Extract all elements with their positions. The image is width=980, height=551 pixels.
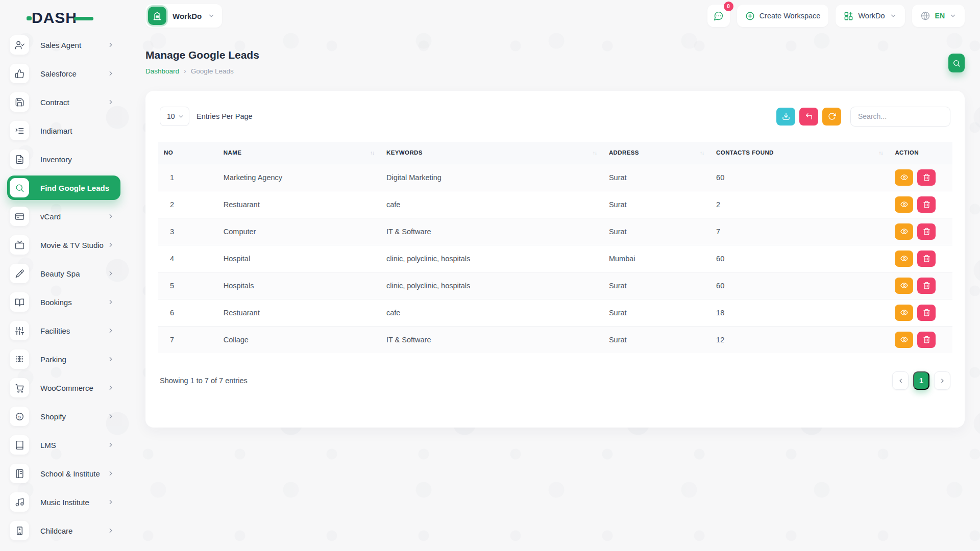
cell-name: Hospitals: [217, 272, 380, 299]
sidebar-item-label: Shopify: [40, 412, 66, 421]
create-workspace-button[interactable]: Create Workspace: [737, 5, 829, 27]
sidebar-item-shopify[interactable]: S Shopify: [7, 404, 120, 429]
delete-button[interactable]: [917, 169, 936, 186]
entries-per-page-select[interactable]: 10: [160, 107, 189, 126]
sidebar-item-label: Childcare: [40, 527, 72, 535]
sidebar-item-label: Music Institute: [40, 498, 89, 507]
column-header[interactable]: NAME ↑↓: [217, 142, 380, 164]
sidebar-item-school-institute[interactable]: School & Institute: [7, 461, 120, 486]
undo-button[interactable]: [799, 108, 818, 126]
building-icon: [10, 521, 29, 540]
cell-no: 2: [158, 191, 217, 218]
next-page-button[interactable]: [934, 371, 950, 390]
chevron-right-icon: [107, 241, 114, 248]
cell-address: Surat: [603, 299, 710, 326]
sidebar-item-salesforce[interactable]: Salesforce: [7, 61, 120, 86]
view-button[interactable]: [895, 223, 913, 240]
sidebar-item-vcard[interactable]: vCard: [7, 204, 120, 229]
table-row: 7 Collage IT & Software Surat 12: [158, 326, 952, 353]
trash-icon: [923, 228, 930, 235]
download-icon: [782, 112, 790, 120]
export-button[interactable]: [776, 108, 795, 126]
cell-keywords: cafe: [380, 191, 603, 218]
sidebar-item-lms[interactable]: LMS: [7, 433, 120, 457]
user-menu[interactable]: WorkDo: [836, 5, 904, 27]
sidebar-menu: Sales Agent Salesforce Contract Indiamar…: [7, 33, 120, 547]
thumbs-up-icon: [10, 64, 29, 83]
sidebar-item-label: Parking: [40, 355, 66, 364]
logo-bar: [74, 17, 93, 20]
eye-icon: [900, 173, 908, 181]
sidebar-item-indiamart[interactable]: Indiamart: [7, 118, 120, 143]
refresh-button[interactable]: [822, 108, 841, 126]
table-header-row: NO ↑↓ NAME ↑↓ KEYWORDS: [158, 142, 952, 164]
sidebar-item-sales-agent[interactable]: Sales Agent: [7, 33, 120, 57]
delete-button[interactable]: [917, 196, 936, 213]
sidebar-item-inventory[interactable]: Inventory: [7, 147, 120, 171]
cell-keywords: IT & Software: [380, 326, 603, 353]
sidebar-item-find-google-leads[interactable]: Find Google Leads: [7, 176, 120, 200]
delete-button[interactable]: [917, 332, 936, 348]
eye-icon: [900, 228, 908, 235]
sidebar-item-bookings[interactable]: Bookings: [7, 290, 120, 314]
breadcrumb-dashboard-link[interactable]: Dashboard: [145, 67, 179, 75]
view-button[interactable]: [895, 305, 913, 321]
toggle-search-button[interactable]: [948, 54, 965, 72]
delete-button[interactable]: [917, 223, 936, 240]
language-selector[interactable]: EN: [912, 5, 965, 27]
column-header[interactable]: NO ↑↓: [158, 142, 217, 164]
entries-per-page-label: Entries Per Page: [197, 112, 253, 120]
table-row: 3 Computer IT & Software Surat 7: [158, 218, 952, 245]
cell-keywords: clinic, polyclinic, hospitals: [380, 245, 603, 272]
cell-no: 4: [158, 245, 217, 272]
sidebar-item-movie-tv-studio[interactable]: Movie & TV Studio: [7, 233, 120, 257]
delete-button[interactable]: [917, 278, 936, 294]
view-button[interactable]: [895, 332, 913, 348]
eye-icon: [900, 282, 908, 289]
breadcrumb-separator: ›: [184, 67, 186, 75]
sidebar-item-contract[interactable]: Contract: [7, 90, 120, 114]
sort-icon[interactable]: ↑↓: [593, 149, 597, 156]
current-page-button[interactable]: 1: [913, 371, 929, 390]
previous-page-button[interactable]: [892, 371, 909, 390]
cell-contacts-found: 7: [710, 218, 889, 245]
search-input[interactable]: [850, 107, 950, 127]
sidebar-item-woocommerce[interactable]: WooCommerce: [7, 375, 120, 400]
view-button[interactable]: [895, 196, 913, 213]
sidebar-item-label: Beauty Spa: [40, 269, 80, 278]
view-button[interactable]: [895, 169, 913, 186]
chevron-right-icon: [107, 413, 114, 420]
chevron-right-icon: [107, 298, 114, 306]
topbar: WorkDo 0 Create Workspace WorkDo EN: [145, 4, 965, 28]
sliders-icon: [10, 321, 29, 340]
sidebar-item-childcare[interactable]: Childcare: [7, 518, 120, 543]
view-button[interactable]: [895, 278, 913, 294]
column-header[interactable]: KEYWORDS ↑↓: [380, 142, 603, 164]
column-header[interactable]: CONTACTS FOUND ↑↓: [710, 142, 889, 164]
sidebar-item-facilities[interactable]: Facilities: [7, 318, 120, 343]
cell-address: Mumbai: [603, 245, 710, 272]
logo-dot: [27, 16, 32, 20]
search-icon: [10, 178, 29, 197]
cell-address: Surat: [603, 272, 710, 299]
column-header[interactable]: ACTION ↑↓: [889, 142, 952, 164]
grid-plus-icon: [844, 11, 853, 21]
dash-logo[interactable]: DASH: [32, 9, 93, 27]
chevron-right-icon: [107, 470, 114, 477]
sort-icon[interactable]: ↑↓: [878, 149, 883, 156]
delete-button[interactable]: [917, 305, 936, 321]
messages-button[interactable]: 0: [707, 5, 730, 27]
delete-button[interactable]: [917, 251, 936, 267]
sidebar-item-music-institute[interactable]: Music Institute: [7, 490, 120, 514]
workspace-switcher[interactable]: WorkDo: [145, 4, 222, 28]
trash-icon: [923, 173, 930, 181]
chevron-right-icon: [107, 441, 114, 448]
trash-icon: [923, 336, 930, 343]
card-footer: Showing 1 to 7 of 7 entries 1: [158, 371, 952, 390]
view-button[interactable]: [895, 251, 913, 267]
sidebar-item-parking[interactable]: Parking: [7, 347, 120, 371]
sort-icon[interactable]: ↑↓: [370, 149, 374, 156]
sidebar-item-beauty-spa[interactable]: Beauty Spa: [7, 261, 120, 286]
column-header[interactable]: ADDRESS ↑↓: [603, 142, 710, 164]
sort-icon[interactable]: ↑↓: [700, 149, 704, 156]
